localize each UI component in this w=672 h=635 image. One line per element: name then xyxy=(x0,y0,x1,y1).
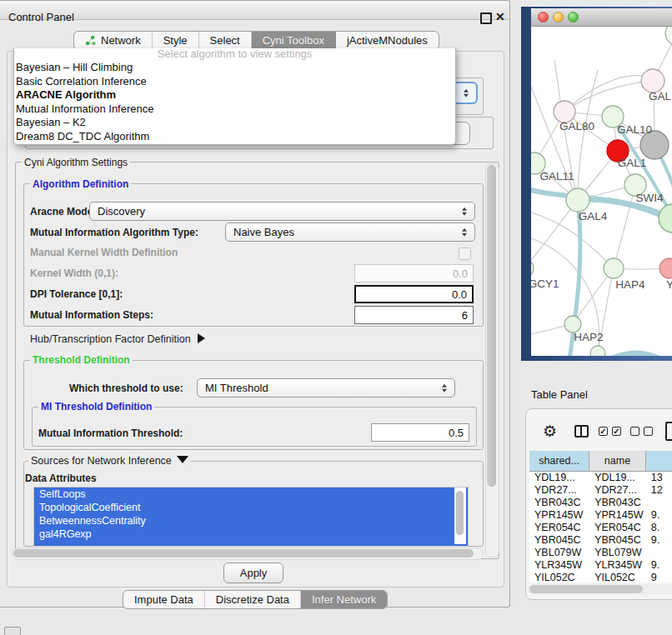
split-columns-icon[interactable] xyxy=(574,425,589,438)
aracne-mode-label: Aracne Mode: xyxy=(30,206,96,218)
tab-jactivemnodules[interactable]: jActiveMNodules xyxy=(336,32,439,49)
network-node-gcy1[interactable] xyxy=(531,259,534,278)
data-attributes-list[interactable]: SelfLoopsTopologicalCoefficientBetweenne… xyxy=(33,487,469,547)
network-node-y[interactable] xyxy=(659,258,672,278)
combo-stepper-icon xyxy=(442,383,447,392)
settings-horizontal-scrollbar-thumb[interactable] xyxy=(13,549,474,558)
node-label: GAL1 xyxy=(618,157,647,169)
network-graph: GALGAL80GAL10GAL1GAL11SWI4GAL4GCY1HAP4YH… xyxy=(531,27,672,356)
tab-label: Infer Network xyxy=(312,593,376,606)
algorithm-option[interactable]: Bayesian – K2 xyxy=(14,116,455,130)
kernel-width-label: Kernel Width (0,1): xyxy=(30,268,118,279)
mi-threshold-field[interactable]: 0.5 xyxy=(371,423,469,442)
network-node[interactable] xyxy=(665,27,672,45)
sources-legend[interactable]: Sources for Network Inference xyxy=(28,455,191,467)
tab-impute-data[interactable]: Impute Data xyxy=(123,591,205,608)
expand-right-icon[interactable] xyxy=(198,333,205,343)
unchecked-checkbox-icon[interactable] xyxy=(630,427,639,436)
table-cell: YDR27... xyxy=(529,484,589,497)
table-cell: 12 xyxy=(646,484,672,497)
tab-label: Select xyxy=(210,34,240,47)
manual-kernel-checkbox[interactable] xyxy=(459,248,471,260)
apply-button[interactable]: Apply xyxy=(223,562,283,583)
close-red-icon[interactable] xyxy=(538,12,549,22)
minimized-panel-icon[interactable] xyxy=(4,627,21,635)
table-row[interactable]: YIL052CYIL052C9 xyxy=(529,572,672,582)
node-attribute-table[interactable]: shared...name YDL19...YDL19...13YDR27...… xyxy=(529,451,672,582)
which-threshold-value: MI Threshold xyxy=(205,382,268,394)
mi-steps-field[interactable]: 6 xyxy=(354,306,474,324)
table-cell: 9. xyxy=(646,509,672,522)
tab-select[interactable]: Select xyxy=(199,32,252,49)
collapse-down-icon[interactable] xyxy=(177,456,188,463)
tab-infer-network[interactable]: Infer Network xyxy=(301,591,387,608)
checked-checkbox-icon[interactable]: ✓ xyxy=(612,427,621,436)
aracne-mode-select[interactable]: Discovery xyxy=(89,202,475,221)
algorithm-option[interactable]: Dream8 DC_TDC Algorithm xyxy=(14,130,455,144)
hub-section-toggle[interactable]: Hub/Transcription Factor Definition xyxy=(30,333,205,345)
table-row[interactable]: YDL19...YDL19...13 xyxy=(529,472,672,484)
algorithm-option[interactable]: ARACNE Algorithm xyxy=(14,88,455,102)
settings-vertical-scrollbar-thumb[interactable] xyxy=(487,165,496,487)
tab-discretize-data[interactable]: Discretize Data xyxy=(205,591,301,608)
minimize-yellow-icon[interactable] xyxy=(553,12,564,22)
tab-style[interactable]: Style xyxy=(153,32,199,49)
table-cell: YIL052C xyxy=(529,572,589,582)
algorithm-option[interactable]: Basic Correlation Inference xyxy=(14,75,455,89)
zoom-green-icon[interactable] xyxy=(568,12,579,22)
table-cell: YPR145W xyxy=(589,509,646,522)
data-attribute-item[interactable]: TopologicalCoefficient xyxy=(34,501,468,514)
table-row[interactable]: YER054CYER054C8. xyxy=(529,522,672,534)
gear-icon[interactable]: ⚙ xyxy=(543,423,557,440)
table-row[interactable]: YBL079WYBL079W xyxy=(529,547,672,559)
table-cell: YER054C xyxy=(529,522,589,534)
data-attribute-item[interactable]: SelfLoops xyxy=(34,488,468,501)
tab-label: Style xyxy=(163,34,188,47)
data-attribute-item[interactable]: BetweennessCentrality xyxy=(34,514,468,528)
dpi-tolerance-field[interactable]: 0.0 xyxy=(354,285,474,303)
table-panel-title: Table Panel xyxy=(531,388,588,401)
algorithm-option[interactable]: Bayesian – Hill Climbing xyxy=(14,61,455,75)
control-panel-titlebar[interactable]: Control Panel ✕ xyxy=(0,1,509,20)
column-header[interactable]: name xyxy=(589,451,646,471)
tab-cyni-toolbox[interactable]: Cyni Toolbox xyxy=(252,32,336,49)
network-window-titlebar[interactable] xyxy=(531,8,672,27)
table-cell: YBR045C xyxy=(529,534,589,547)
algorithm-definition-legend: Algorithm Definition xyxy=(30,178,131,190)
column-header[interactable] xyxy=(646,451,672,471)
algorithm-option[interactable]: Mutual Information Inference xyxy=(14,102,455,117)
table-cell: YBL079W xyxy=(589,547,646,559)
table-horizontal-scrollbar-thumb[interactable] xyxy=(529,585,643,593)
algorithm-combobox-arrow[interactable] xyxy=(453,82,478,104)
mi-type-select[interactable]: Naive Bayes xyxy=(225,222,475,242)
which-threshold-label: Which threshold to use: xyxy=(69,382,183,394)
unchecked-checkbox-icon[interactable] xyxy=(644,427,653,436)
node-label: GAL4 xyxy=(579,210,608,222)
tab-network[interactable]: Network xyxy=(74,32,153,49)
table-row[interactable]: YLR345WYLR345W9. xyxy=(529,559,672,572)
network-node-hap4[interactable] xyxy=(604,258,624,278)
network-node-gal[interactable] xyxy=(641,69,664,92)
network-node-gal4[interactable] xyxy=(566,188,589,212)
hub-section-label: Hub/Transcription Factor Definition xyxy=(30,333,191,345)
network-node[interactable] xyxy=(659,204,672,232)
network-node[interactable] xyxy=(590,346,605,356)
checked-checkbox-icon[interactable]: ✓ xyxy=(599,427,608,436)
tab-label: Cyni Toolbox xyxy=(263,34,324,47)
close-icon[interactable]: ✕ xyxy=(495,10,505,23)
table-row[interactable]: YDR27...YDR27...12 xyxy=(529,484,672,497)
attributes-scrollbar-thumb[interactable] xyxy=(456,491,464,535)
which-threshold-select[interactable]: MI Threshold xyxy=(197,378,455,398)
table-row[interactable]: YPR145WYPR145W9. xyxy=(529,509,672,522)
network-canvas[interactable]: GALGAL80GAL10GAL1GAL11SWI4GAL4GCY1HAP4YH… xyxy=(531,27,672,356)
table-row[interactable]: YBR045CYBR045C9. xyxy=(529,534,672,547)
column-header[interactable]: shared... xyxy=(529,451,589,471)
float-icon[interactable] xyxy=(480,12,492,24)
data-attribute-item[interactable]: gal4RGexp xyxy=(34,528,468,541)
algorithm-dropdown-prompt: Select algorithm to view settings xyxy=(14,48,455,61)
table-cell: YER054C xyxy=(589,522,646,534)
document-icon[interactable] xyxy=(665,422,672,441)
table-row[interactable]: YBR043CYBR043C xyxy=(529,497,672,509)
kernel-width-field: 0.0 xyxy=(354,264,474,282)
network-node-hap2[interactable] xyxy=(564,316,581,332)
